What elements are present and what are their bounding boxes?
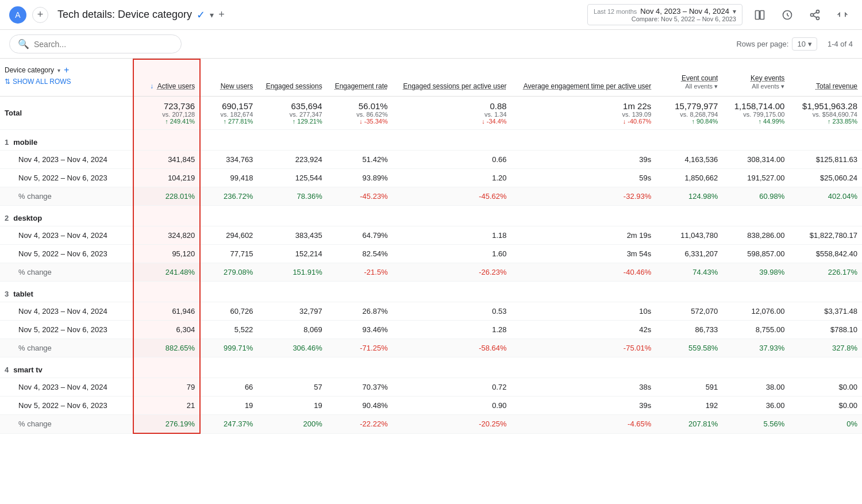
svg-line-7 bbox=[813, 12, 817, 14]
date1-engaged-per-user: 0.66 bbox=[392, 151, 511, 169]
date2-avg-time: 3m 54s bbox=[511, 245, 656, 263]
rows-per-page-control: Rows per page: 10 ▾ 1-4 of 4 bbox=[736, 37, 853, 51]
pct-new-users: 247.37% bbox=[200, 415, 257, 434]
add-tab-button[interactable]: + bbox=[32, 7, 48, 23]
pct-active-users: 241.48% bbox=[133, 263, 200, 282]
avatar[interactable]: A bbox=[9, 6, 26, 24]
pct-avg-time: -40.46% bbox=[511, 263, 656, 282]
date2-label: Nov 5, 2022 – Nov 6, 2023 bbox=[0, 169, 133, 187]
more-icon-button[interactable] bbox=[832, 5, 853, 25]
date2-engaged-sessions: 125,544 bbox=[257, 169, 326, 187]
date1-avg-time: 10s bbox=[511, 302, 656, 321]
date2-engaged-per-user: 1.28 bbox=[392, 321, 511, 339]
pct-engaged-per-user: -45.62% bbox=[392, 187, 511, 206]
key-events-sub-label: All events bbox=[752, 83, 779, 90]
col-header-engaged-sessions[interactable]: Engaged sessions bbox=[257, 59, 326, 97]
insights-icon-button[interactable] bbox=[777, 5, 798, 25]
add-dimension-button[interactable]: + bbox=[64, 65, 69, 75]
pct-new-users: 999.71% bbox=[200, 339, 257, 357]
key-events-dropdown-icon[interactable]: ▾ bbox=[781, 83, 784, 90]
date2-active-users: 104,219 bbox=[133, 169, 200, 187]
table-row: Nov 4, 2023 – Nov 4, 2024 341,845 334,76… bbox=[0, 151, 862, 169]
col-header-total-revenue[interactable]: Total revenue bbox=[789, 59, 862, 97]
date1-engagement-rate: 64.79% bbox=[327, 226, 392, 245]
svg-rect-1 bbox=[760, 10, 764, 19]
date1-key-events: 12,076.00 bbox=[722, 302, 789, 321]
col-header-new-users[interactable]: New users bbox=[200, 59, 257, 97]
search-input[interactable] bbox=[34, 40, 173, 49]
search-box[interactable]: 🔍 bbox=[9, 34, 182, 53]
key-events-col-label: Key events bbox=[751, 74, 784, 82]
date2-revenue: $558,842.40 bbox=[789, 245, 862, 263]
date1-label: Nov 4, 2023 – Nov 4, 2024 bbox=[0, 226, 133, 245]
date1-new-users: 66 bbox=[200, 378, 257, 397]
col-header-avg-time[interactable]: Average engagement time per active user bbox=[511, 59, 656, 97]
date1-new-users: 334,763 bbox=[200, 151, 257, 169]
share-icon-button[interactable] bbox=[805, 5, 825, 25]
table-row: % change 241.48% 279.08% 151.91% -21.5% … bbox=[0, 263, 862, 282]
date2-new-users: 5,522 bbox=[200, 321, 257, 339]
col-header-engagement-rate[interactable]: Engagement rate bbox=[327, 59, 392, 97]
date-range-value: Nov 4, 2023 – Nov 4, 2024 bbox=[640, 7, 729, 16]
pct-key-events: 39.98% bbox=[722, 263, 789, 282]
date1-label: Nov 4, 2023 – Nov 4, 2024 bbox=[0, 151, 133, 169]
pct-avg-time: -32.93% bbox=[511, 187, 656, 206]
compare-icon-button[interactable] bbox=[749, 5, 770, 25]
title-plus-icon[interactable]: + bbox=[218, 9, 225, 21]
show-all-rows-button[interactable]: ⇅ SHOW ALL ROWS bbox=[5, 75, 128, 90]
rows-per-page-value: 10 bbox=[797, 40, 805, 48]
category-name: 3tablet bbox=[0, 282, 133, 302]
rows-per-page-label: Rows per page: bbox=[736, 40, 788, 48]
date1-key-events: 838,286.00 bbox=[722, 226, 789, 245]
pct-engagement-rate: -22.22% bbox=[327, 415, 392, 434]
pct-event-count: 559.58% bbox=[656, 339, 722, 357]
col-header-key-events[interactable]: Key events All events ▾ bbox=[722, 59, 789, 97]
pct-active-users: 276.19% bbox=[133, 415, 200, 434]
pct-revenue: 226.17% bbox=[789, 263, 862, 282]
svg-line-6 bbox=[813, 16, 817, 17]
date1-avg-time: 38s bbox=[511, 378, 656, 397]
pct-engagement-rate: -21.5% bbox=[327, 263, 392, 282]
col-header-device-category: Device category ▾ + ⇅ SHOW ALL ROWS bbox=[0, 59, 133, 97]
compare-date-range: Compare: Nov 5, 2022 – Nov 6, 2023 bbox=[632, 16, 736, 22]
device-category-chevron-icon[interactable]: ▾ bbox=[57, 67, 60, 74]
avg-time-col-label: Average engagement time per active user bbox=[524, 82, 652, 90]
date2-key-events: 191,527.00 bbox=[722, 169, 789, 187]
col-header-event-count[interactable]: Event count All events ▾ bbox=[656, 59, 722, 97]
pct-label: % change bbox=[0, 415, 133, 434]
date1-engaged-per-user: 1.18 bbox=[392, 226, 511, 245]
col-header-active-users[interactable]: ↓ Active users bbox=[133, 59, 200, 97]
rows-per-page-select[interactable]: 10 ▾ bbox=[792, 37, 817, 51]
pagination-info: 1-4 of 4 bbox=[828, 40, 853, 48]
date1-engaged-sessions: 223,924 bbox=[257, 151, 326, 169]
page-title: Tech details: Device category ✓ ▾ + bbox=[57, 9, 587, 21]
date2-revenue: $25,060.24 bbox=[789, 169, 862, 187]
date1-engaged-per-user: 0.72 bbox=[392, 378, 511, 397]
date1-active-users: 341,845 bbox=[133, 151, 200, 169]
pct-event-count: 124.98% bbox=[656, 187, 722, 206]
category-active-users-empty bbox=[133, 206, 200, 226]
pct-avg-time: -4.65% bbox=[511, 415, 656, 434]
date2-avg-time: 59s bbox=[511, 169, 656, 187]
col-header-engaged-per-user[interactable]: Engaged sessions per active user bbox=[392, 59, 511, 97]
date-range-chevron-icon: ▾ bbox=[733, 7, 736, 16]
totals-engaged-per-user: 0.88 vs. 1.34 ↓ -34.4% bbox=[392, 97, 511, 130]
pct-engaged-per-user: -20.25% bbox=[392, 415, 511, 434]
totals-engaged-sessions: 635,694 vs. 277,347 ↑ 129.21% bbox=[257, 97, 326, 130]
svg-point-4 bbox=[811, 13, 814, 16]
pct-key-events: 37.93% bbox=[722, 339, 789, 357]
pct-engaged-sessions: 200% bbox=[257, 415, 326, 434]
title-chevron-icon[interactable]: ▾ bbox=[210, 10, 214, 20]
engaged-sessions-col-label: Engaged sessions bbox=[266, 82, 322, 90]
date1-key-events: 308,314.00 bbox=[722, 151, 789, 169]
pct-revenue: 402.04% bbox=[789, 187, 862, 206]
event-count-dropdown-icon[interactable]: ▾ bbox=[714, 83, 718, 90]
date-range-selector[interactable]: Last 12 months Nov 4, 2023 – Nov 4, 2024… bbox=[587, 4, 742, 25]
pct-event-count: 207.81% bbox=[656, 415, 722, 434]
date1-active-users: 324,820 bbox=[133, 226, 200, 245]
date2-revenue: $0.00 bbox=[789, 397, 862, 415]
pct-active-users: 882.65% bbox=[133, 339, 200, 357]
pct-engagement-rate: -71.25% bbox=[327, 339, 392, 357]
table-row: Nov 5, 2022 – Nov 6, 2023 104,219 99,418… bbox=[0, 169, 862, 187]
date1-engaged-sessions: 383,435 bbox=[257, 226, 326, 245]
